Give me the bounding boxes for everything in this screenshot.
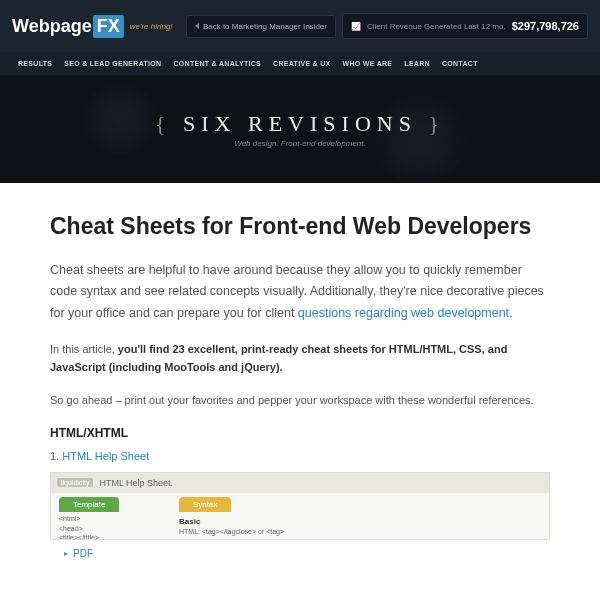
item-link[interactable]: HTML Help Sheet: [62, 450, 149, 462]
cheatsheet-thumbnail[interactable]: liquidicity HTML Help Sheet. Template <h…: [50, 472, 550, 540]
back-label: Back to Marketing Manager Insider: [203, 22, 327, 31]
nav-creative[interactable]: CREATIVE & UX: [267, 52, 336, 75]
logo-text: Webpage: [12, 16, 92, 37]
navbar: RESULTS SEO & LEAD GENERATION CONTENT & …: [0, 52, 600, 75]
body-paragraph-2: So go ahead – print out your favorites a…: [50, 391, 550, 410]
nav-content[interactable]: CONTENT & ANALYTICS: [167, 52, 267, 75]
thumbnail-body: Template <html> <head> <title></title> M…: [51, 493, 549, 540]
thumb-title: HTML Help Sheet.: [99, 478, 173, 488]
hiring-link[interactable]: we're hiring!: [130, 22, 173, 31]
page-title: Cheat Sheets for Front-end Web Developer…: [50, 213, 550, 240]
chevron-left-icon: [195, 23, 199, 29]
list-item: HTML: <tag></tagclose> or <tag>: [179, 527, 541, 537]
list-item: <head>: [59, 524, 153, 534]
nav-who[interactable]: WHO WE ARE: [337, 52, 399, 75]
thumb-right-content: Basic HTML: <tag></tagclose> or <tag> XH…: [161, 512, 549, 540]
thumb-tab-template: Template: [59, 497, 119, 512]
thumb-tab-syntax: Syntax: [179, 497, 231, 512]
body1-prefix: In this article,: [50, 343, 118, 355]
nav-learn[interactable]: LEARN: [398, 52, 436, 75]
hero-title: SIX REVISIONS: [155, 111, 445, 137]
body1-bold: you'll find 23 excellent, print-ready ch…: [50, 343, 507, 374]
thumb-logo: liquidicity: [57, 478, 93, 487]
revenue-amount: $297,798,726: [512, 20, 579, 32]
graph-icon: 📈: [351, 22, 361, 31]
pdf-link[interactable]: PDF: [64, 548, 550, 559]
body-paragraph-1: In this article, you'll find 23 excellen…: [50, 340, 550, 377]
topbar-right: Back to Marketing Manager Insider 📈 Clie…: [186, 13, 588, 39]
topbar: WebpageFX we're hiring! Back to Marketin…: [0, 0, 600, 52]
intro-paragraph: Cheat sheets are helpful to have around …: [50, 260, 550, 324]
revenue-widget[interactable]: 📈 Client Revenue Generated Last 12 mo. $…: [342, 13, 588, 39]
article-content: Cheat Sheets for Front-end Web Developer…: [0, 183, 600, 579]
nav-contact[interactable]: CONTACT: [436, 52, 484, 75]
thumb-basic-heading: Basic: [179, 514, 541, 527]
hero-subtitle: Web design. Front-end development.: [234, 139, 365, 148]
intro-suffix: .: [509, 306, 512, 320]
revenue-label: Client Revenue Generated Last 12 mo.: [367, 22, 506, 31]
list-item: <title></title>: [59, 533, 153, 539]
hero-banner: SIX REVISIONS Web design. Front-end deve…: [0, 75, 600, 183]
logo[interactable]: WebpageFX: [12, 15, 124, 38]
pdf-label: PDF: [73, 548, 93, 559]
nav-seo[interactable]: SEO & LEAD GENERATION: [58, 52, 167, 75]
logo-fx: FX: [93, 15, 124, 38]
cheatsheet-item-1: 1. HTML Help Sheet: [50, 450, 550, 462]
nav-results[interactable]: RESULTS: [12, 52, 58, 75]
list-item: <html>: [59, 514, 153, 524]
back-button[interactable]: Back to Marketing Manager Insider: [186, 15, 336, 38]
thumb-left-content: <html> <head> <title></title> Meta tags: [51, 512, 161, 540]
intro-link[interactable]: questions regarding web development: [298, 306, 509, 320]
item-number: 1.: [50, 450, 62, 462]
thumbnail-header: liquidicity HTML Help Sheet.: [51, 473, 549, 493]
list-item: XHTML: <tag></tagclose> or <tag />: [179, 537, 541, 540]
section-heading-html: HTML/XHTML: [50, 426, 550, 440]
